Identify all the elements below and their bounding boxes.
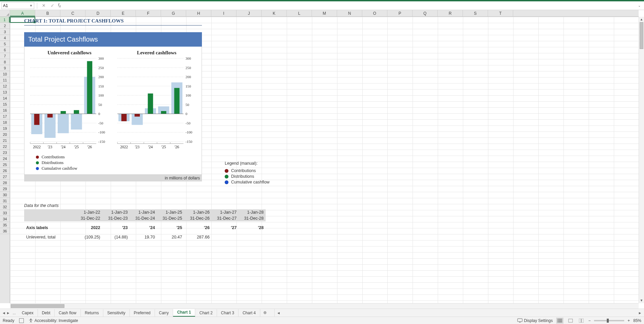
view-page-layout-button[interactable] [567, 318, 574, 324]
scroll-up-icon[interactable]: ▲ [639, 17, 644, 22]
horizontal-scrollbar-grid[interactable] [10, 303, 639, 309]
row-header[interactable]: 10 [0, 71, 10, 77]
tab-overflow[interactable]: ... [13, 311, 16, 315]
display-settings-button[interactable]: Display Settings [517, 318, 553, 323]
add-sheet-button[interactable]: ⊕ [260, 309, 270, 317]
formula-bar-expand-icon[interactable]: ⌄ [638, 4, 643, 7]
column-header[interactable]: F [136, 10, 161, 16]
name-box-dropdown-icon[interactable]: ▼ [30, 4, 33, 7]
chart-1-object[interactable]: CHART 1: TOTAL PROJECT CASHFLOWS Total P… [24, 17, 202, 181]
sheet-tab[interactable]: Cash flow [55, 309, 81, 317]
macro-record-icon[interactable] [19, 318, 24, 323]
row-header[interactable]: 34 [0, 216, 10, 222]
column-header[interactable]: A [10, 10, 35, 16]
zoom-level[interactable]: 85% [633, 318, 641, 323]
row-header[interactable]: 12 [0, 83, 10, 89]
column-header[interactable]: G [161, 10, 186, 16]
row-header[interactable]: 3 [0, 29, 10, 35]
view-page-break-button[interactable] [578, 318, 585, 324]
row-header[interactable]: 20 [0, 131, 10, 138]
confirm-formula-icon[interactable]: ✓ [49, 3, 56, 8]
sheet-tab[interactable]: Returns [81, 309, 103, 317]
sheet-tab[interactable]: Chart 2 [195, 309, 217, 317]
column-header[interactable]: C [60, 10, 86, 16]
vertical-scrollbar[interactable]: ▲ ▼ [639, 17, 644, 303]
accessibility-status[interactable]: Accessibility: Investigate [29, 318, 78, 323]
sheet-tab[interactable]: Preferred [130, 309, 155, 317]
column-header[interactable]: T [488, 10, 513, 16]
row-header[interactable]: 35 [0, 222, 10, 228]
cell-grid[interactable]: CHART 1: TOTAL PROJECT CASHFLOWS Total P… [10, 17, 639, 303]
row-header[interactable]: 11 [0, 77, 10, 83]
column-header[interactable]: B [35, 10, 60, 16]
horizontal-scroll-thumb[interactable] [11, 304, 64, 308]
row-header[interactable]: 4 [0, 35, 10, 41]
tabs-scroll-right-icon[interactable]: ► [637, 310, 643, 316]
column-header[interactable]: P [387, 10, 413, 16]
row-header[interactable]: 22 [0, 144, 10, 150]
fx-label-icon[interactable]: fx [58, 3, 61, 8]
column-header[interactable]: L [287, 10, 312, 16]
cancel-formula-icon[interactable]: ✕ [40, 3, 47, 8]
column-header[interactable]: H [186, 10, 211, 16]
row-header[interactable]: 23 [0, 150, 10, 156]
row-header[interactable]: 19 [0, 125, 10, 131]
row-header[interactable]: 17 [0, 113, 10, 119]
column-header[interactable]: R [438, 10, 463, 16]
sheet-tab[interactable]: Carry [155, 309, 173, 317]
row-header[interactable]: 18 [0, 119, 10, 125]
row-header[interactable]: 1 [0, 17, 10, 23]
row-header[interactable]: 28 [0, 180, 10, 186]
row-header[interactable]: 13 [0, 89, 10, 95]
row-header[interactable]: 2 [0, 23, 10, 29]
name-box-input[interactable] [3, 3, 22, 8]
sheet-tab[interactable]: Capex [18, 309, 38, 317]
row-header[interactable]: 27 [0, 174, 10, 180]
column-header[interactable]: K [262, 10, 287, 16]
column-header[interactable]: J [236, 10, 262, 16]
tab-nav-next-icon[interactable]: ► [6, 311, 10, 315]
row-header[interactable]: 14 [0, 95, 10, 101]
sheet-tab[interactable]: Chart 3 [217, 309, 238, 317]
row-header[interactable]: 16 [0, 107, 10, 113]
select-all-triangle[interactable] [0, 10, 10, 16]
row-header[interactable]: 15 [0, 101, 10, 107]
column-header[interactable]: Q [413, 10, 438, 16]
sheet-tab[interactable]: Debt [38, 309, 55, 317]
scroll-down-icon[interactable]: ▼ [639, 298, 644, 303]
row-header[interactable]: 9 [0, 65, 10, 71]
sheet-tab[interactable]: Chart 1 [173, 309, 195, 317]
sheet-tab[interactable]: Chart 4 [238, 309, 260, 317]
row-header[interactable]: 33 [0, 210, 10, 216]
column-header[interactable]: D [86, 10, 111, 16]
row-header[interactable]: 24 [0, 156, 10, 162]
zoom-slider[interactable] [594, 320, 624, 321]
row-header[interactable]: 29 [0, 186, 10, 192]
row-header[interactable]: 32 [0, 204, 10, 210]
zoom-out-button[interactable]: − [588, 318, 591, 323]
vertical-scroll-thumb[interactable] [640, 22, 643, 49]
row-header[interactable]: 31 [0, 198, 10, 204]
column-header[interactable]: S [463, 10, 488, 16]
row-header[interactable]: 26 [0, 168, 10, 174]
zoom-in-button[interactable]: + [628, 318, 630, 323]
row-header[interactable]: 21 [0, 138, 10, 144]
sheet-tab[interactable]: Sensitivity [103, 309, 130, 317]
column-header[interactable]: N [337, 10, 362, 16]
row-header[interactable]: 30 [0, 192, 10, 198]
row-header[interactable]: 8 [0, 59, 10, 65]
row-header[interactable]: 36 [0, 228, 10, 234]
column-header[interactable]: E [111, 10, 136, 16]
tab-nav-prev-icon[interactable]: ◄ [2, 311, 6, 315]
name-box[interactable]: ▼ [1, 2, 34, 9]
row-header[interactable]: 5 [0, 41, 10, 47]
tabs-scroll-left-icon[interactable]: ◄ [276, 310, 281, 316]
tab-nav-buttons[interactable]: ◄ ► ... [0, 309, 18, 317]
column-header[interactable]: M [312, 10, 337, 16]
zoom-slider-knob[interactable] [607, 319, 609, 323]
row-header[interactable]: 25 [0, 162, 10, 168]
tabs-hscroll[interactable]: ◄ ► [274, 309, 644, 317]
row-header[interactable]: 7 [0, 53, 10, 59]
column-header[interactable]: O [362, 10, 387, 16]
column-header[interactable]: I [211, 10, 236, 16]
